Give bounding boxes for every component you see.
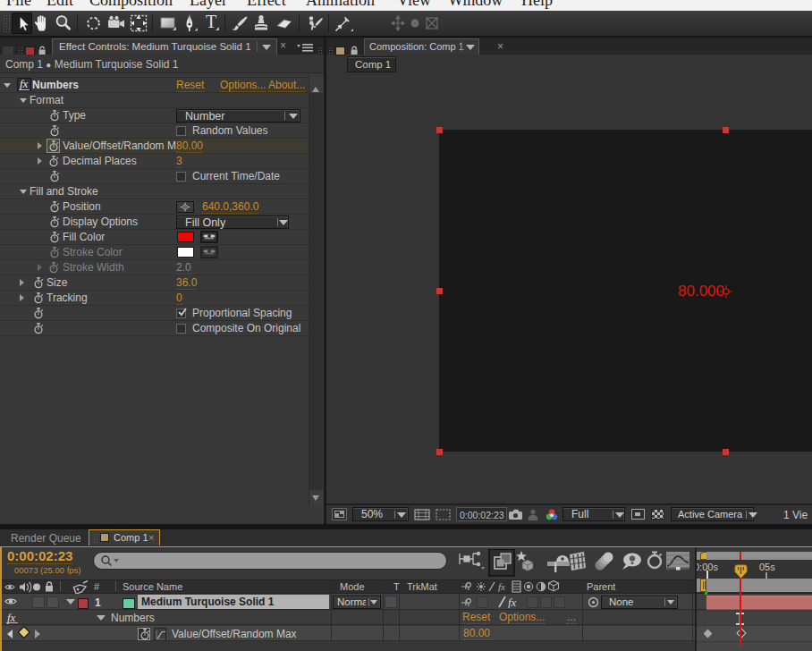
svg-text:fx: fx — [498, 581, 505, 592]
svg-text:fx: fx — [508, 596, 517, 608]
